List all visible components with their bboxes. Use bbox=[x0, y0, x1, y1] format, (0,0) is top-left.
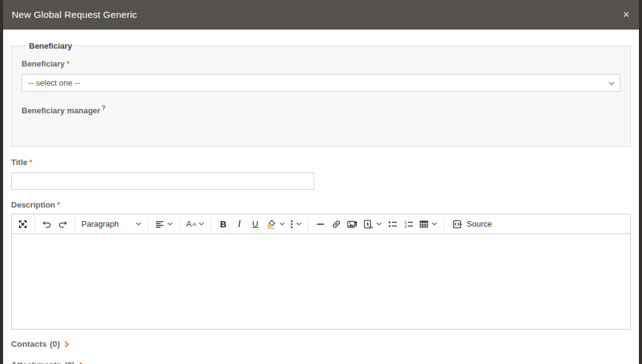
new-global-request-modal: New Global Request Generic × Beneficiary… bbox=[3, 0, 639, 364]
chevron-down-icon bbox=[376, 222, 382, 226]
insert-template-dropdown[interactable] bbox=[361, 216, 384, 232]
text-alignment-dropdown[interactable] bbox=[153, 216, 175, 232]
title-label-text: Title bbox=[11, 158, 28, 167]
beneficiary-label: Beneficiary* bbox=[22, 59, 620, 68]
toolbar-separator bbox=[211, 218, 211, 230]
beneficiary-select[interactable]: -- select one -- bbox=[22, 74, 620, 92]
bold-icon: B bbox=[220, 219, 226, 229]
required-marker: * bbox=[30, 158, 33, 167]
bulleted-list-button[interactable] bbox=[385, 216, 400, 232]
paragraph-style-label: Paragraph bbox=[81, 219, 119, 229]
source-code-icon bbox=[452, 219, 463, 229]
required-marker: * bbox=[57, 200, 60, 209]
toolbar-separator bbox=[35, 218, 35, 230]
toolbar-separator bbox=[75, 218, 75, 230]
contacts-label: Contacts bbox=[11, 339, 47, 349]
description-label: Description* bbox=[11, 200, 631, 209]
highlighter-icon bbox=[266, 219, 277, 229]
chevron-down-icon bbox=[296, 222, 302, 226]
source-button-label: Source bbox=[466, 219, 492, 229]
attachments-count: (0) bbox=[65, 360, 75, 364]
beneficiary-manager-label: Beneficiary manager? bbox=[22, 105, 620, 115]
beneficiary-label-text: Beneficiary bbox=[22, 59, 65, 68]
numbered-list-icon: 1 2 bbox=[404, 219, 414, 229]
title-field-block: Title* bbox=[11, 158, 631, 190]
title-input[interactable] bbox=[11, 172, 314, 190]
beneficiary-manager-label-text: Beneficiary manager bbox=[22, 106, 100, 115]
close-icon[interactable]: × bbox=[622, 10, 630, 20]
font-size-icon-small: A bbox=[192, 220, 196, 227]
highlight-dropdown[interactable] bbox=[264, 216, 287, 232]
underline-icon: U bbox=[252, 219, 258, 229]
title-label: Title* bbox=[11, 158, 631, 167]
contacts-count: (0) bbox=[50, 339, 60, 349]
maximize-button[interactable] bbox=[15, 216, 30, 232]
redo-button[interactable] bbox=[55, 216, 70, 232]
font-size-icon: A bbox=[186, 219, 192, 229]
beneficiary-legend: Beneficiary bbox=[25, 41, 76, 51]
undo-icon bbox=[42, 219, 52, 229]
paragraph-style-dropdown[interactable]: Paragraph bbox=[79, 216, 144, 232]
modal-title: New Global Request Generic bbox=[12, 9, 137, 20]
source-button[interactable]: Source bbox=[449, 216, 495, 232]
modal-body: Beneficiary Beneficiary* -- select one -… bbox=[3, 30, 639, 364]
beneficiary-select-wrap: -- select one -- bbox=[22, 74, 620, 92]
numbered-list-button[interactable]: 1 2 bbox=[401, 216, 416, 232]
bold-button[interactable]: B bbox=[216, 216, 230, 232]
bulleted-list-icon bbox=[388, 219, 398, 229]
chevron-down-icon bbox=[279, 222, 285, 226]
attachments-section-toggle[interactable]: Attachments (0) bbox=[11, 360, 631, 364]
description-editor-area[interactable] bbox=[11, 234, 631, 330]
attachments-label: Attachments bbox=[11, 360, 62, 364]
link-icon bbox=[331, 219, 341, 229]
contacts-section-toggle[interactable]: Contacts (0) bbox=[11, 339, 631, 349]
template-embed-icon bbox=[363, 219, 373, 229]
beneficiary-fieldset: Beneficiary Beneficiary* -- select one -… bbox=[11, 41, 631, 147]
vertical-dots-icon bbox=[290, 219, 293, 229]
chevron-right-icon bbox=[79, 362, 84, 364]
align-left-icon bbox=[155, 219, 165, 229]
toolbar-separator bbox=[308, 218, 309, 230]
image-upload-icon bbox=[347, 219, 358, 229]
chevron-down-icon bbox=[136, 222, 142, 226]
italic-button[interactable]: I bbox=[232, 216, 246, 232]
link-button[interactable] bbox=[329, 216, 344, 232]
underline-button[interactable]: U bbox=[248, 216, 262, 232]
required-marker: * bbox=[67, 59, 70, 68]
svg-text:2: 2 bbox=[404, 224, 407, 229]
maximize-icon bbox=[18, 219, 28, 229]
insert-image-button[interactable] bbox=[345, 216, 360, 232]
help-hint: ? bbox=[102, 105, 105, 111]
description-editor: Paragraph bbox=[11, 214, 631, 330]
more-text-options-dropdown[interactable] bbox=[288, 216, 304, 232]
toolbar-separator bbox=[148, 218, 148, 230]
redo-icon bbox=[58, 219, 68, 229]
chevron-down-icon bbox=[198, 222, 205, 226]
description-field-block: Description* bbox=[11, 200, 631, 330]
horizontal-line-icon bbox=[315, 219, 325, 229]
font-size-dropdown[interactable]: A A bbox=[184, 216, 206, 232]
toolbar-separator bbox=[179, 218, 180, 230]
modal-header: New Global Request Generic × bbox=[3, 0, 639, 30]
insert-table-dropdown[interactable] bbox=[417, 216, 439, 232]
italic-icon: I bbox=[238, 219, 241, 229]
undo-button[interactable] bbox=[39, 216, 54, 232]
horizontal-line-button[interactable] bbox=[313, 216, 328, 232]
description-label-text: Description bbox=[11, 200, 55, 209]
table-icon bbox=[419, 219, 429, 229]
toolbar-separator bbox=[444, 218, 444, 230]
chevron-down-icon bbox=[431, 222, 437, 226]
chevron-right-icon bbox=[64, 341, 70, 348]
editor-toolbar: Paragraph bbox=[11, 214, 631, 234]
chevron-down-icon bbox=[167, 222, 173, 226]
